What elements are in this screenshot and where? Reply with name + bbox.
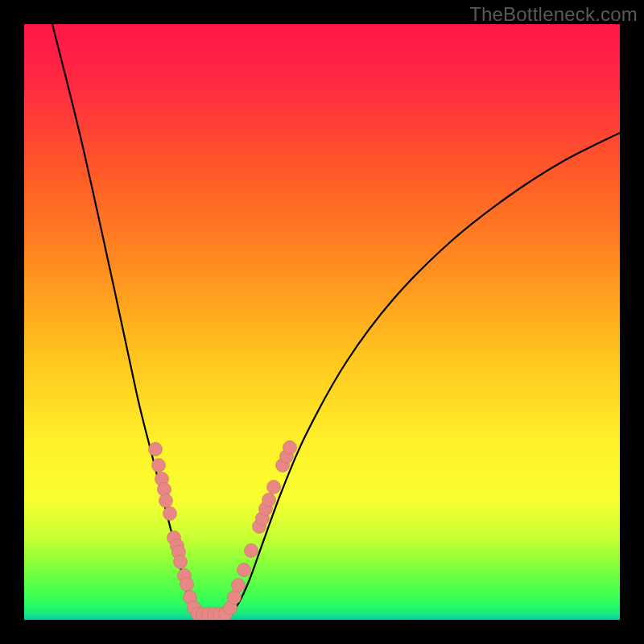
bottleneck-curve [52,24,620,620]
watermark-text: TheBottleneck.com [469,3,638,26]
chart-container: TheBottleneck.com [0,0,644,644]
chart-svg [24,24,620,620]
data-point [152,459,166,473]
data-point [163,507,177,521]
data-point [228,591,242,605]
data-point [267,481,281,494]
data-point [245,544,258,558]
data-point [283,441,297,455]
data-point [237,564,251,577]
data-point [149,443,163,456]
plot-area [24,24,620,620]
data-point [262,493,276,507]
data-point [232,579,246,592]
data-point [159,494,173,508]
data-point [180,578,194,592]
data-point [174,555,188,569]
